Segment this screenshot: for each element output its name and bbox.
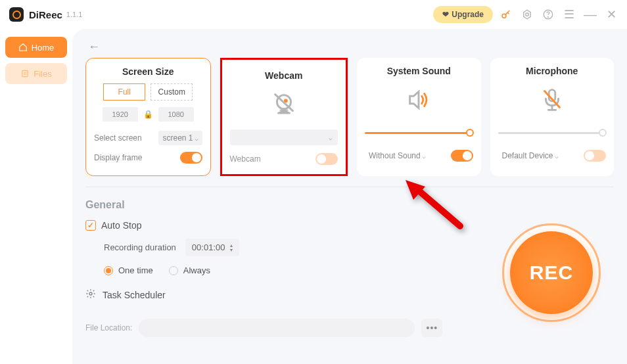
record-button[interactable]: REC bbox=[502, 223, 601, 322]
svg-marker-1 bbox=[524, 10, 531, 19]
chevron-down-icon: ⌵ bbox=[329, 134, 333, 141]
webcam-off-icon bbox=[269, 87, 299, 122]
sidebar-item-home[interactable]: Home bbox=[5, 37, 67, 58]
file-location-label: File Location: bbox=[85, 323, 132, 332]
duration-label: Recording duration bbox=[104, 242, 176, 252]
radio-label: Always bbox=[183, 265, 210, 275]
auto-stop-checkbox[interactable]: ✓ bbox=[85, 220, 96, 231]
minimize-button[interactable]: — bbox=[584, 8, 597, 21]
key-icon[interactable] bbox=[499, 8, 513, 21]
file-location-browse[interactable]: ••• bbox=[421, 319, 442, 337]
microphone-dropdown[interactable]: Default Device⌵ bbox=[498, 148, 563, 163]
webcam-device-dropdown[interactable]: ⌵ bbox=[230, 129, 338, 145]
app-name: DiReec bbox=[29, 9, 62, 20]
sidebar-item-label: Files bbox=[34, 69, 51, 79]
radio-one-time[interactable]: One time bbox=[104, 265, 153, 275]
display-frame-toggle[interactable] bbox=[180, 152, 202, 164]
panel-screen-size: Screen Size Full Custom 1920 🔒 1080 Sele… bbox=[85, 58, 211, 176]
upgrade-label: Upgrade bbox=[452, 10, 484, 19]
lock-icon[interactable]: 🔒 bbox=[143, 110, 153, 119]
microphone-toggle[interactable] bbox=[584, 150, 606, 162]
duration-stepper[interactable]: ▴▾ bbox=[230, 243, 233, 252]
select-screen-label: Select screen bbox=[94, 133, 142, 143]
screen-mode-full[interactable]: Full bbox=[103, 83, 145, 101]
select-screen-dropdown[interactable]: screen 1⌵ bbox=[158, 131, 202, 145]
webcam-toggle[interactable] bbox=[315, 153, 338, 165]
help-icon[interactable] bbox=[542, 8, 555, 21]
menu-icon[interactable]: ☰ bbox=[563, 8, 576, 21]
panel-system-sound: System Sound Without Sound⌵ bbox=[357, 58, 481, 176]
sidebar-item-files[interactable]: Files bbox=[5, 63, 67, 84]
app-version: 1.1.1 bbox=[66, 11, 82, 18]
screen-mode-custom[interactable]: Custom bbox=[151, 83, 193, 101]
chevron-down-icon: ⌵ bbox=[195, 135, 198, 142]
display-frame-label: Display frame bbox=[94, 153, 142, 162]
chevron-down-icon: ⌵ bbox=[422, 152, 426, 160]
settings-icon[interactable] bbox=[521, 8, 534, 21]
general-title: General bbox=[85, 199, 614, 211]
webcam-label: Webcam bbox=[230, 154, 261, 164]
system-sound-slider[interactable] bbox=[365, 125, 473, 141]
record-label: REC bbox=[530, 262, 573, 284]
microphone-slider[interactable] bbox=[498, 125, 607, 141]
panel-title: System Sound bbox=[387, 66, 451, 76]
home-icon bbox=[18, 43, 28, 52]
divider bbox=[85, 187, 614, 187]
screen-height: 1080 bbox=[158, 107, 194, 122]
files-icon bbox=[20, 69, 30, 78]
close-button[interactable]: ✕ bbox=[605, 8, 618, 21]
svg-point-11 bbox=[89, 292, 92, 295]
panel-webcam: Webcam ⌵ Webcam bbox=[220, 58, 348, 176]
microphone-off-icon bbox=[537, 83, 567, 117]
svg-point-4 bbox=[548, 16, 549, 17]
auto-stop-label: Auto Stop bbox=[101, 220, 142, 231]
svg-point-2 bbox=[526, 13, 529, 16]
screen-width: 1920 bbox=[103, 107, 138, 122]
svg-marker-12 bbox=[406, 180, 425, 200]
radio-always[interactable]: Always bbox=[169, 265, 210, 275]
panel-title: Webcam bbox=[265, 70, 302, 81]
gear-icon bbox=[85, 288, 96, 302]
back-button[interactable]: ← bbox=[85, 38, 103, 55]
speaker-icon bbox=[404, 83, 434, 117]
duration-value: 00:01:00 bbox=[192, 242, 225, 252]
system-sound-toggle[interactable] bbox=[451, 150, 473, 162]
sidebar-item-label: Home bbox=[32, 43, 55, 53]
file-location-field[interactable] bbox=[139, 319, 415, 337]
system-sound-dropdown[interactable]: Without Sound⌵ bbox=[365, 148, 430, 163]
task-scheduler-button[interactable]: Task Scheduler bbox=[103, 290, 166, 300]
upgrade-button[interactable]: ❤ Upgrade bbox=[433, 6, 493, 23]
chevron-down-icon: ⌵ bbox=[555, 152, 559, 160]
panel-microphone: Microphone Default Device⌵ bbox=[490, 58, 615, 176]
duration-field[interactable]: 00:01:00 ▴▾ bbox=[185, 239, 240, 256]
panel-title: Screen Size bbox=[122, 66, 174, 77]
panel-title: Microphone bbox=[526, 66, 578, 76]
radio-label: One time bbox=[118, 265, 153, 275]
app-logo bbox=[9, 7, 24, 22]
heart-icon: ❤ bbox=[442, 10, 449, 19]
